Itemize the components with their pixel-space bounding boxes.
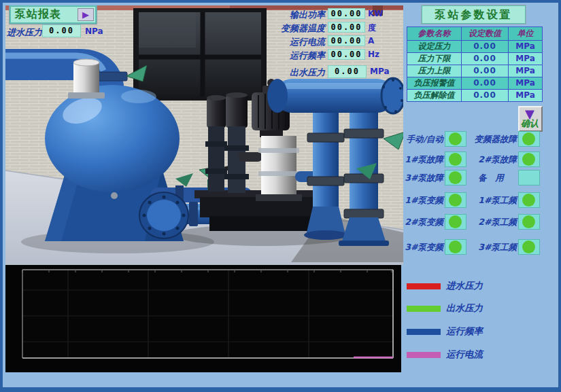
status-label-pump2-vfd: 2#泵变频 bbox=[400, 217, 443, 228]
status-label-pump1-fault: 1#泵故障 bbox=[400, 154, 443, 166]
lamp-pump2-vfd bbox=[445, 214, 466, 230]
status-label-pump1-vfd: 1#泵变频 bbox=[400, 195, 443, 207]
status-label-spare: 备 用 bbox=[465, 173, 517, 184]
setpoint-field[interactable]: 0.00 bbox=[462, 65, 509, 77]
col-param-name: 参数名称 bbox=[407, 27, 462, 40]
run-frequency-label: 运行频率 bbox=[223, 50, 325, 62]
lamp-on-icon bbox=[522, 240, 535, 253]
lamp-manual-auto bbox=[445, 131, 466, 147]
settings-row-vacuum-alarm: 负压报警值 0.00 MPa bbox=[407, 77, 542, 90]
status-row-6: 3#泵变频 3#泵工频 bbox=[400, 239, 558, 255]
lamp-on-icon bbox=[522, 153, 535, 166]
lamp-pump1-fault bbox=[445, 152, 466, 167]
lamp-on-icon bbox=[449, 171, 462, 184]
run-current-value: 00.00 bbox=[328, 35, 365, 46]
settings-row-set-pressure: 设定压力 0.00 MPa bbox=[407, 41, 542, 53]
run-current-label: 运行电流 bbox=[223, 36, 325, 48]
lamp-on-icon bbox=[449, 153, 462, 166]
outlet-pressure-value: 0.00 bbox=[328, 65, 367, 78]
lamp-on-icon bbox=[449, 215, 462, 228]
report-arrow-button[interactable]: ▶ bbox=[78, 8, 94, 21]
status-row-5: 2#泵变频 2#泵工频 bbox=[400, 214, 558, 230]
setpoint-field[interactable]: 0.00 bbox=[462, 53, 509, 65]
legend-swatch-inlet-pressure bbox=[407, 283, 441, 289]
inlet-pressure-value: 0.00 bbox=[42, 24, 81, 37]
pump-body bbox=[261, 136, 296, 196]
status-row-2: 1#泵故障 2#泵故障 bbox=[400, 152, 558, 168]
inlet-pressure-label: 进水压力 bbox=[7, 26, 42, 39]
lamp-on-icon bbox=[449, 194, 462, 207]
output-power-unit: KW bbox=[368, 9, 384, 18]
legend-swatch-outlet-pressure bbox=[407, 306, 441, 312]
confirm-button-label: 确认 bbox=[521, 118, 539, 130]
trend-chart-plot bbox=[5, 265, 401, 372]
lamp-on-icon bbox=[522, 215, 535, 228]
status-label-pump3-vfd: 3#泵变频 bbox=[400, 242, 443, 253]
settings-table: 参数名称 设定数值 单位 设定压力 0.00 MPa 压力下限 0.00 MPa… bbox=[407, 26, 543, 102]
lamp-pump2-fault bbox=[518, 152, 540, 167]
status-row-4: 1#泵变频 1#泵工频 bbox=[400, 192, 558, 209]
report-button-label: 泵站报表 bbox=[11, 7, 61, 22]
inverter-temp-unit: 度 bbox=[368, 22, 376, 34]
legend-label-outlet-pressure: 出水压力 bbox=[446, 302, 483, 315]
status-label-manual-auto: 手动/自动 bbox=[396, 134, 443, 145]
settings-row-pressure-low-limit: 压力下限 0.00 MPa bbox=[407, 53, 542, 65]
settings-table-header: 参数名称 设定数值 单位 bbox=[407, 27, 542, 41]
confirm-button[interactable]: ▼ 确认 bbox=[518, 106, 543, 132]
lamp-pump2-mains bbox=[518, 214, 540, 230]
status-label-pump2-fault: 2#泵故障 bbox=[465, 154, 517, 166]
setpoint-field[interactable]: 0.00 bbox=[462, 77, 509, 89]
output-power-label: 输出功率 bbox=[223, 9, 325, 21]
play-icon: ▶ bbox=[82, 10, 89, 19]
status-row-1: 手动/自动 变频器故障 bbox=[400, 131, 558, 147]
legend-label-inlet-pressure: 进水压力 bbox=[446, 280, 483, 292]
settings-row-pressure-high-limit: 压力上限 0.00 MPa bbox=[407, 65, 542, 77]
lamp-pump1-mains bbox=[518, 192, 540, 208]
lamp-pump3-vfd bbox=[445, 239, 466, 255]
inlet-pressure-unit: NPa bbox=[85, 26, 103, 36]
legend-label-run-frequency: 运行频率 bbox=[446, 325, 483, 338]
run-current-unit: A bbox=[368, 36, 374, 46]
lamp-pump3-mains bbox=[518, 239, 540, 255]
lamp-pump1-vfd bbox=[445, 192, 466, 208]
outlet-pressure-label: 出水压力 bbox=[223, 67, 325, 79]
lamp-vfd-fault bbox=[518, 131, 540, 147]
run-frequency-unit: Hz bbox=[368, 50, 379, 59]
inverter-temp-value: 00.00 bbox=[328, 22, 365, 33]
status-label-pump3-fault: 3#泵故障 bbox=[400, 173, 443, 184]
lamp-pump3-fault bbox=[445, 170, 466, 185]
settings-row-vacuum-release: 负压解除值 0.00 MPa bbox=[407, 90, 542, 101]
legend-swatch-run-frequency bbox=[407, 329, 441, 335]
tank-vent-cylinder bbox=[73, 63, 99, 94]
hmi-background: 泵站报表 ▶ 进水压力 0.00 NPa 输出功率 00.00 KW 变频器温度… bbox=[3, 3, 558, 387]
status-row-3: 3#泵故障 备 用 bbox=[400, 170, 558, 186]
col-unit: 单位 bbox=[509, 27, 542, 40]
report-button[interactable]: 泵站报表 ▶ bbox=[10, 5, 97, 24]
col-set-value: 设定数值 bbox=[462, 27, 509, 40]
trend-chart bbox=[5, 265, 401, 372]
pump-station-3d-view: 泵站报表 ▶ 进水压力 0.00 NPa 输出功率 00.00 KW 变频器温度… bbox=[5, 5, 403, 265]
hmi-window: 泵站报表 ▶ 进水压力 0.00 NPa 输出功率 00.00 KW 变频器温度… bbox=[0, 0, 561, 392]
setpoint-field[interactable]: 0.00 bbox=[462, 90, 509, 101]
lamp-spare-empty bbox=[518, 170, 540, 185]
settings-panel-title: 泵站参数设置 bbox=[422, 5, 526, 24]
status-label-pump1-mains: 1#泵工频 bbox=[465, 195, 517, 207]
output-power-value: 00.00 bbox=[328, 8, 365, 19]
status-label-pump2-mains: 2#泵工频 bbox=[465, 217, 517, 228]
legend-swatch-run-current bbox=[407, 352, 441, 358]
outlet-pressure-unit: MPa bbox=[370, 67, 390, 76]
lamp-on-icon bbox=[522, 132, 535, 145]
run-frequency-value: 00.00 bbox=[328, 49, 365, 60]
lamp-on-icon bbox=[522, 194, 535, 207]
legend-label-run-current: 运行电流 bbox=[446, 349, 483, 361]
inverter-temp-label: 变频器温度 bbox=[223, 22, 325, 35]
setpoint-field[interactable]: 0.00 bbox=[462, 41, 509, 52]
status-label-vfd-fault: 变频器故障 bbox=[465, 134, 517, 145]
status-label-pump3-mains: 3#泵工频 bbox=[465, 242, 517, 253]
lamp-on-icon bbox=[449, 240, 462, 253]
lamp-on-icon bbox=[449, 132, 462, 145]
